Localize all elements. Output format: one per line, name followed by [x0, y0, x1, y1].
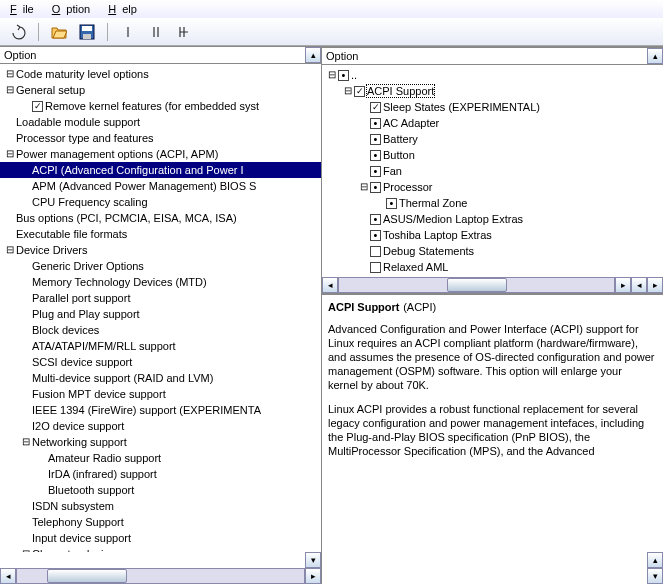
- h-scrollbar[interactable]: ◂ ▸: [0, 568, 321, 584]
- checkbox-checked-icon[interactable]: [32, 101, 43, 112]
- single-view-button[interactable]: [116, 21, 140, 43]
- scroll-left-button[interactable]: ◂: [0, 568, 16, 584]
- tree-item[interactable]: Block devices: [0, 322, 321, 338]
- tree-item[interactable]: ⊟ACPI Support: [322, 83, 663, 99]
- scroll-track[interactable]: [338, 277, 615, 293]
- column-header[interactable]: Option: [322, 48, 647, 64]
- h-scrollbar[interactable]: ◂ ▸ ◂ ▸: [322, 277, 663, 293]
- checkbox-checked-icon[interactable]: [354, 86, 365, 97]
- scroll-left-button[interactable]: ◂: [631, 277, 647, 293]
- menu-file[interactable]: File: [4, 3, 46, 15]
- tree-item[interactable]: APM (Advanced Power Management) BIOS S: [0, 178, 321, 194]
- tree-item-label: CPU Frequency scaling: [32, 196, 148, 208]
- scroll-track[interactable]: [16, 568, 305, 584]
- tristate-icon[interactable]: [370, 182, 381, 193]
- tree-item[interactable]: ⊟Device Drivers: [0, 242, 321, 258]
- tree-twisty[interactable]: ⊟: [4, 85, 16, 95]
- tree-item[interactable]: IrDA (infrared) support: [0, 466, 321, 482]
- tree-item[interactable]: Fan: [322, 163, 663, 179]
- checkbox-checked-icon[interactable]: [370, 102, 381, 113]
- left-tree[interactable]: ⊟Code maturity level options⊟General set…: [0, 64, 321, 552]
- tree-item[interactable]: Remove kernel features (for embedded sys…: [0, 98, 321, 114]
- scroll-thumb[interactable]: [47, 569, 127, 583]
- tristate-icon[interactable]: [386, 198, 397, 209]
- split-view-button[interactable]: [144, 21, 168, 43]
- scroll-up-button[interactable]: ▴: [305, 47, 321, 63]
- tree-item[interactable]: Processor type and features: [0, 130, 321, 146]
- tree-item[interactable]: Button: [322, 147, 663, 163]
- scroll-right-button[interactable]: ▸: [647, 277, 663, 293]
- tristate-icon[interactable]: [370, 134, 381, 145]
- menu-option[interactable]: Option: [46, 3, 102, 15]
- scroll-up-button[interactable]: ▴: [647, 552, 663, 568]
- tree-item[interactable]: ⊟Code maturity level options: [0, 66, 321, 82]
- tree-twisty[interactable]: ⊟: [358, 182, 370, 192]
- tree-item[interactable]: SCSI device support: [0, 354, 321, 370]
- tree-item[interactable]: Fusion MPT device support: [0, 386, 321, 402]
- tristate-icon[interactable]: [370, 230, 381, 241]
- scroll-right-button[interactable]: ▸: [615, 277, 631, 293]
- tree-item[interactable]: Bluetooth support: [0, 482, 321, 498]
- tree-item[interactable]: Bus options (PCI, PCMCIA, EISA, MCA, ISA…: [0, 210, 321, 226]
- tree-item-label: ACPI Support: [367, 85, 434, 97]
- tristate-icon[interactable]: [370, 150, 381, 161]
- tree-item[interactable]: Memory Technology Devices (MTD): [0, 274, 321, 290]
- checkbox-empty-icon[interactable]: [370, 246, 381, 257]
- tree-item[interactable]: Executable file formats: [0, 226, 321, 242]
- tree-item[interactable]: Loadable module support: [0, 114, 321, 130]
- scroll-down-button[interactable]: ▾: [647, 568, 663, 584]
- scroll-thumb[interactable]: [447, 278, 507, 292]
- tree-item[interactable]: ASUS/Medion Laptop Extras: [322, 211, 663, 227]
- tree-item[interactable]: IEEE 1394 (FireWire) support (EXPERIMENT…: [0, 402, 321, 418]
- tree-item[interactable]: ⊟Character devices: [0, 546, 321, 552]
- menu-help[interactable]: Help: [102, 3, 149, 15]
- tree-item[interactable]: Debug Statements: [322, 243, 663, 259]
- tree-item[interactable]: Amateur Radio support: [0, 450, 321, 466]
- tree-header: Option ▴: [0, 46, 321, 64]
- tree-twisty[interactable]: ⊟: [20, 437, 32, 447]
- tree-item[interactable]: Thermal Zone: [322, 195, 663, 211]
- tree-twisty[interactable]: ⊟: [20, 549, 32, 552]
- tree-item[interactable]: ATA/ATAPI/MFM/RLL support: [0, 338, 321, 354]
- tree-item[interactable]: Plug and Play support: [0, 306, 321, 322]
- tree-twisty[interactable]: ⊟: [4, 245, 16, 255]
- tristate-icon[interactable]: [338, 70, 349, 81]
- column-header[interactable]: Option: [0, 47, 305, 63]
- tree-item[interactable]: CPU Frequency scaling: [0, 194, 321, 210]
- checkbox-empty-icon[interactable]: [370, 262, 381, 273]
- tree-item[interactable]: Input device support: [0, 530, 321, 546]
- scroll-right-button[interactable]: ▸: [305, 568, 321, 584]
- tree-item[interactable]: ISDN subsystem: [0, 498, 321, 514]
- tree-item[interactable]: Generic Driver Options: [0, 258, 321, 274]
- tree-item[interactable]: Toshiba Laptop Extras: [322, 227, 663, 243]
- tree-item[interactable]: Parallel port support: [0, 290, 321, 306]
- tree-item[interactable]: ⊟Processor: [322, 179, 663, 195]
- scroll-up-button[interactable]: ▴: [647, 48, 663, 64]
- back-button[interactable]: [6, 21, 30, 43]
- tree-item[interactable]: AC Adapter: [322, 115, 663, 131]
- tree-item[interactable]: Multi-device support (RAID and LVM): [0, 370, 321, 386]
- full-view-button[interactable]: [172, 21, 196, 43]
- tree-twisty[interactable]: ⊟: [326, 70, 338, 80]
- tree-item[interactable]: ⊟General setup: [0, 82, 321, 98]
- tree-item[interactable]: ⊟..: [322, 67, 663, 83]
- tree-twisty[interactable]: ⊟: [4, 149, 16, 159]
- tree-twisty[interactable]: ⊟: [342, 86, 354, 96]
- tree-item[interactable]: Sleep States (EXPERIMENTAL): [322, 99, 663, 115]
- tree-item[interactable]: ACPI (Advanced Configuration and Power I: [0, 162, 321, 178]
- tristate-icon[interactable]: [370, 214, 381, 225]
- tree-item[interactable]: ⊟Power management options (ACPI, APM): [0, 146, 321, 162]
- tree-item[interactable]: I2O device support: [0, 418, 321, 434]
- tree-item[interactable]: Telephony Support: [0, 514, 321, 530]
- open-button[interactable]: [47, 21, 71, 43]
- tree-item[interactable]: ⊟Networking support: [0, 434, 321, 450]
- tree-twisty[interactable]: ⊟: [4, 69, 16, 79]
- tree-item[interactable]: Relaxed AML: [322, 259, 663, 275]
- tristate-icon[interactable]: [370, 118, 381, 129]
- scroll-down-button[interactable]: ▾: [305, 552, 321, 568]
- tree-item[interactable]: Battery: [322, 131, 663, 147]
- save-button[interactable]: [75, 21, 99, 43]
- tristate-icon[interactable]: [370, 166, 381, 177]
- right-tree[interactable]: ⊟..⊟ACPI SupportSleep States (EXPERIMENT…: [322, 65, 663, 277]
- scroll-left-button[interactable]: ◂: [322, 277, 338, 293]
